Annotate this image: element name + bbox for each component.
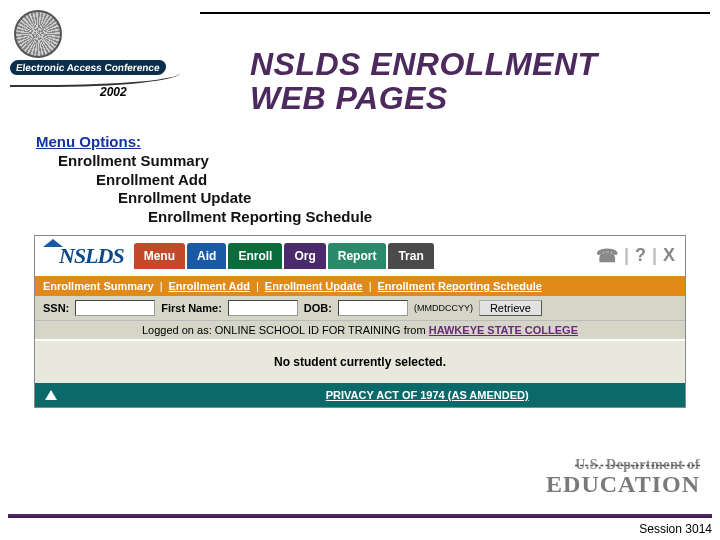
logged-on-row: Logged on as: ONLINE SCHOOL ID FOR TRAIN… xyxy=(35,320,685,339)
nslds-logo-text: NSLDS xyxy=(59,243,124,268)
screenshot-topbar: NSLDS Menu Aid Enroll Org Report Tran ☎ … xyxy=(35,236,685,276)
subtab-schedule[interactable]: Enrollment Reporting Schedule xyxy=(378,280,542,292)
search-row: SSN: First Name: DOB: (MMDDCCYY) Retriev… xyxy=(35,296,685,320)
dept-of-education-logo: U.S. Department of EDUCATION xyxy=(546,457,700,498)
menu-header: Menu Options: xyxy=(36,133,720,152)
swoosh-icon xyxy=(10,73,180,87)
education-word: EDUCATION xyxy=(546,471,700,498)
top-divider xyxy=(200,12,710,14)
menu-item: Enrollment Update xyxy=(118,189,720,208)
tab-report[interactable]: Report xyxy=(328,243,387,269)
no-student-message: No student currently selected. xyxy=(35,339,685,383)
help-icon[interactable]: ? xyxy=(635,245,646,266)
util-icons: ☎ | ? | X xyxy=(596,245,679,267)
menu-item: Enrollment Add xyxy=(96,171,720,190)
privacy-link[interactable]: PRIVACY ACT OF 1974 (AS AMENDED) xyxy=(326,389,529,401)
dob-input[interactable] xyxy=(338,300,408,316)
dob-hint: (MMDDCCYY) xyxy=(414,303,473,313)
menu-options: Menu Options: Enrollment Summary Enrollm… xyxy=(36,133,720,227)
tab-tran[interactable]: Tran xyxy=(388,243,433,269)
up-arrow-icon[interactable] xyxy=(45,390,57,400)
embedded-screenshot: NSLDS Menu Aid Enroll Org Report Tran ☎ … xyxy=(34,235,686,408)
ssn-input[interactable] xyxy=(75,300,155,316)
conference-year: 2002 xyxy=(100,85,127,99)
tab-enroll[interactable]: Enroll xyxy=(228,243,282,269)
phone-icon[interactable]: ☎ xyxy=(596,245,618,267)
subnav-bar: Enrollment Summary | Enrollment Add | En… xyxy=(35,276,685,296)
close-icon[interactable]: X xyxy=(663,245,675,266)
nslds-logo: NSLDS xyxy=(41,243,132,269)
subtab-add[interactable]: Enrollment Add xyxy=(169,280,250,292)
firstname-input[interactable] xyxy=(228,300,298,316)
conference-banner: Electronic Access Conference xyxy=(9,60,166,75)
menu-item: Enrollment Summary xyxy=(58,152,720,171)
conference-logo: Electronic Access Conference 2002 xyxy=(10,10,200,130)
subtab-update[interactable]: Enrollment Update xyxy=(265,280,363,292)
tab-menu[interactable]: Menu xyxy=(134,243,185,269)
bottom-divider xyxy=(8,514,712,518)
dob-label: DOB: xyxy=(304,302,332,314)
menu-item: Enrollment Reporting Schedule xyxy=(148,208,720,227)
tab-aid[interactable]: Aid xyxy=(187,243,226,269)
firstname-label: First Name: xyxy=(161,302,222,314)
seal-icon xyxy=(14,10,62,58)
tab-org[interactable]: Org xyxy=(284,243,325,269)
session-number: Session 3014 xyxy=(639,522,712,536)
title-line-2: WEB PAGES xyxy=(250,80,448,116)
logged-on-text: Logged on as: ONLINE SCHOOL ID FOR TRAIN… xyxy=(142,324,429,336)
subtab-summary[interactable]: Enrollment Summary xyxy=(43,280,154,292)
ssn-label: SSN: xyxy=(43,302,69,314)
dept-line: U.S. Department of xyxy=(575,457,700,472)
school-link[interactable]: HAWKEYE STATE COLLEGE xyxy=(429,324,578,336)
slide-title: NSLDS ENROLLMENT WEB PAGES xyxy=(250,48,720,115)
privacy-bar: PRIVACY ACT OF 1974 (AS AMENDED) xyxy=(35,383,685,407)
title-line-1: NSLDS ENROLLMENT xyxy=(250,46,598,82)
retrieve-button[interactable]: Retrieve xyxy=(479,300,542,316)
